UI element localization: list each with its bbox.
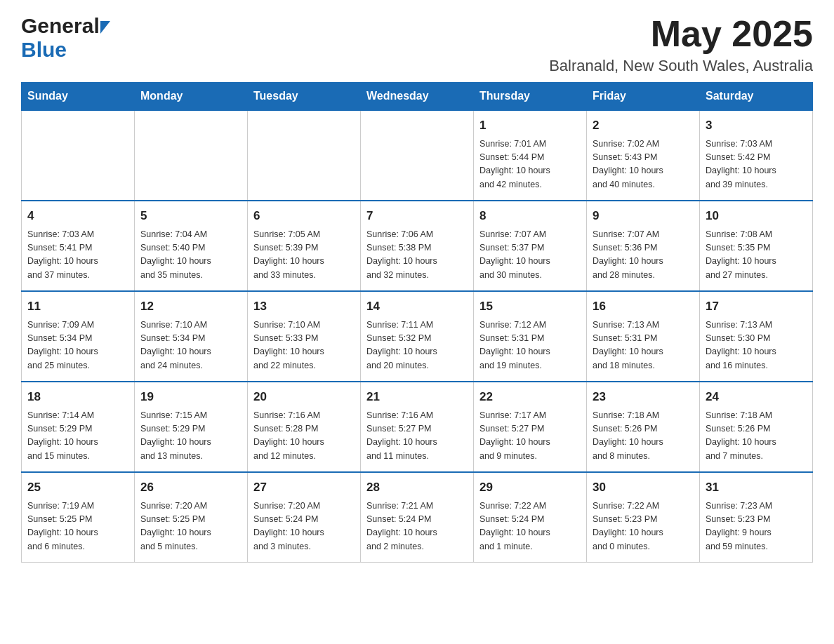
day-info: Sunrise: 7:22 AMSunset: 5:24 PMDaylight:…: [479, 499, 581, 554]
day-number: 2: [593, 116, 694, 135]
day-info: Sunrise: 7:14 AMSunset: 5:29 PMDaylight:…: [27, 409, 128, 464]
day-info: Sunrise: 7:01 AMSunset: 5:44 PMDaylight:…: [479, 137, 581, 192]
calendar-header-wednesday: Wednesday: [361, 83, 474, 111]
day-info: Sunrise: 7:18 AMSunset: 5:26 PMDaylight:…: [706, 409, 807, 464]
day-number: 8: [479, 207, 581, 225]
day-info: Sunrise: 7:08 AMSunset: 5:35 PMDaylight:…: [706, 228, 807, 283]
day-number: 29: [479, 478, 581, 497]
day-number: 27: [253, 478, 355, 497]
day-number: 11: [27, 297, 128, 316]
calendar-cell: 22Sunrise: 7:17 AMSunset: 5:27 PMDayligh…: [474, 382, 587, 472]
day-info: Sunrise: 7:20 AMSunset: 5:24 PMDaylight:…: [253, 499, 355, 554]
calendar-cell: 17Sunrise: 7:13 AMSunset: 5:30 PMDayligh…: [700, 291, 813, 382]
calendar-header-sunday: Sunday: [22, 83, 135, 111]
calendar-cell: 1Sunrise: 7:01 AMSunset: 5:44 PMDaylight…: [474, 110, 587, 201]
logo-general-text: General: [21, 14, 100, 38]
day-number: 7: [366, 207, 468, 225]
day-info: Sunrise: 7:07 AMSunset: 5:37 PMDaylight:…: [479, 228, 581, 283]
day-info: Sunrise: 7:16 AMSunset: 5:28 PMDaylight:…: [253, 409, 355, 464]
day-number: 31: [706, 478, 807, 497]
day-info: Sunrise: 7:04 AMSunset: 5:40 PMDaylight:…: [140, 228, 241, 283]
calendar-cell: 31Sunrise: 7:23 AMSunset: 5:23 PMDayligh…: [700, 472, 813, 563]
logo-blue-text: Blue: [21, 38, 67, 61]
day-number: 26: [140, 478, 241, 497]
day-info: Sunrise: 7:11 AMSunset: 5:32 PMDaylight:…: [366, 318, 468, 373]
calendar-week-row: 25Sunrise: 7:19 AMSunset: 5:25 PMDayligh…: [22, 472, 813, 563]
day-number: 3: [706, 116, 807, 135]
day-info: Sunrise: 7:07 AMSunset: 5:36 PMDaylight:…: [593, 228, 694, 283]
day-number: 4: [27, 207, 128, 225]
calendar-header-row: SundayMondayTuesdayWednesdayThursdayFrid…: [22, 83, 813, 111]
day-number: 10: [706, 207, 807, 225]
calendar-week-row: 11Sunrise: 7:09 AMSunset: 5:34 PMDayligh…: [22, 291, 813, 382]
calendar-cell: 30Sunrise: 7:22 AMSunset: 5:23 PMDayligh…: [587, 472, 700, 563]
day-number: 19: [140, 388, 241, 406]
calendar-cell: 10Sunrise: 7:08 AMSunset: 5:35 PMDayligh…: [700, 201, 813, 291]
calendar-header-monday: Monday: [135, 83, 248, 111]
day-info: Sunrise: 7:20 AMSunset: 5:25 PMDaylight:…: [140, 499, 241, 554]
day-info: Sunrise: 7:09 AMSunset: 5:34 PMDaylight:…: [27, 318, 128, 373]
calendar-header-tuesday: Tuesday: [248, 83, 361, 111]
calendar-week-row: 1Sunrise: 7:01 AMSunset: 5:44 PMDaylight…: [22, 110, 813, 201]
calendar-week-row: 18Sunrise: 7:14 AMSunset: 5:29 PMDayligh…: [22, 382, 813, 472]
calendar-cell: 14Sunrise: 7:11 AMSunset: 5:32 PMDayligh…: [361, 291, 474, 382]
calendar-cell: 23Sunrise: 7:18 AMSunset: 5:26 PMDayligh…: [587, 382, 700, 472]
day-info: Sunrise: 7:10 AMSunset: 5:33 PMDaylight:…: [253, 318, 355, 373]
day-info: Sunrise: 7:02 AMSunset: 5:43 PMDaylight:…: [593, 137, 694, 192]
day-number: 6: [253, 207, 355, 225]
day-number: 22: [479, 388, 581, 406]
location-title: Balranald, New South Wales, Australia: [549, 57, 813, 75]
logo-arrow-icon: [100, 21, 110, 34]
day-number: 23: [593, 388, 694, 406]
title-block: May 2025 Balranald, New South Wales, Aus…: [549, 14, 813, 75]
day-number: 25: [27, 478, 128, 497]
calendar-cell: 5Sunrise: 7:04 AMSunset: 5:40 PMDaylight…: [135, 201, 248, 291]
calendar-cell: 21Sunrise: 7:16 AMSunset: 5:27 PMDayligh…: [361, 382, 474, 472]
day-number: 16: [593, 297, 694, 316]
day-info: Sunrise: 7:13 AMSunset: 5:31 PMDaylight:…: [593, 318, 694, 373]
day-info: Sunrise: 7:22 AMSunset: 5:23 PMDaylight:…: [593, 499, 694, 554]
day-number: 18: [27, 388, 128, 406]
calendar-cell: [22, 110, 135, 201]
calendar-cell: 25Sunrise: 7:19 AMSunset: 5:25 PMDayligh…: [22, 472, 135, 563]
day-info: Sunrise: 7:12 AMSunset: 5:31 PMDaylight:…: [479, 318, 581, 373]
calendar-cell: 28Sunrise: 7:21 AMSunset: 5:24 PMDayligh…: [361, 472, 474, 563]
day-info: Sunrise: 7:15 AMSunset: 5:29 PMDaylight:…: [140, 409, 241, 464]
day-number: 20: [253, 388, 355, 406]
day-info: Sunrise: 7:13 AMSunset: 5:30 PMDaylight:…: [706, 318, 807, 373]
calendar-cell: 19Sunrise: 7:15 AMSunset: 5:29 PMDayligh…: [135, 382, 248, 472]
calendar-cell: 6Sunrise: 7:05 AMSunset: 5:39 PMDaylight…: [248, 201, 361, 291]
day-number: 14: [366, 297, 468, 316]
day-number: 9: [593, 207, 694, 225]
calendar-cell: 20Sunrise: 7:16 AMSunset: 5:28 PMDayligh…: [248, 382, 361, 472]
day-number: 13: [253, 297, 355, 316]
day-number: 17: [706, 297, 807, 316]
day-info: Sunrise: 7:19 AMSunset: 5:25 PMDaylight:…: [27, 499, 128, 554]
day-info: Sunrise: 7:03 AMSunset: 5:41 PMDaylight:…: [27, 228, 128, 283]
calendar-cell: 29Sunrise: 7:22 AMSunset: 5:24 PMDayligh…: [474, 472, 587, 563]
calendar-cell: 26Sunrise: 7:20 AMSunset: 5:25 PMDayligh…: [135, 472, 248, 563]
day-info: Sunrise: 7:05 AMSunset: 5:39 PMDaylight:…: [253, 228, 355, 283]
day-number: 15: [479, 297, 581, 316]
calendar-cell: [361, 110, 474, 201]
calendar-cell: 9Sunrise: 7:07 AMSunset: 5:36 PMDaylight…: [587, 201, 700, 291]
month-title: May 2025: [549, 14, 813, 54]
calendar-cell: [135, 110, 248, 201]
day-info: Sunrise: 7:03 AMSunset: 5:42 PMDaylight:…: [706, 137, 807, 192]
calendar-week-row: 4Sunrise: 7:03 AMSunset: 5:41 PMDaylight…: [22, 201, 813, 291]
logo: General Blue: [21, 14, 110, 62]
calendar-cell: 27Sunrise: 7:20 AMSunset: 5:24 PMDayligh…: [248, 472, 361, 563]
day-number: 30: [593, 478, 694, 497]
day-number: 21: [366, 388, 468, 406]
calendar-cell: [248, 110, 361, 201]
day-number: 5: [140, 207, 241, 225]
calendar-cell: 3Sunrise: 7:03 AMSunset: 5:42 PMDaylight…: [700, 110, 813, 201]
calendar-table: SundayMondayTuesdayWednesdayThursdayFrid…: [21, 82, 813, 563]
calendar-cell: 2Sunrise: 7:02 AMSunset: 5:43 PMDaylight…: [587, 110, 700, 201]
calendar-header-saturday: Saturday: [700, 83, 813, 111]
day-info: Sunrise: 7:21 AMSunset: 5:24 PMDaylight:…: [366, 499, 468, 554]
day-number: 28: [366, 478, 468, 497]
calendar-cell: 8Sunrise: 7:07 AMSunset: 5:37 PMDaylight…: [474, 201, 587, 291]
calendar-cell: 11Sunrise: 7:09 AMSunset: 5:34 PMDayligh…: [22, 291, 135, 382]
day-info: Sunrise: 7:17 AMSunset: 5:27 PMDaylight:…: [479, 409, 581, 464]
